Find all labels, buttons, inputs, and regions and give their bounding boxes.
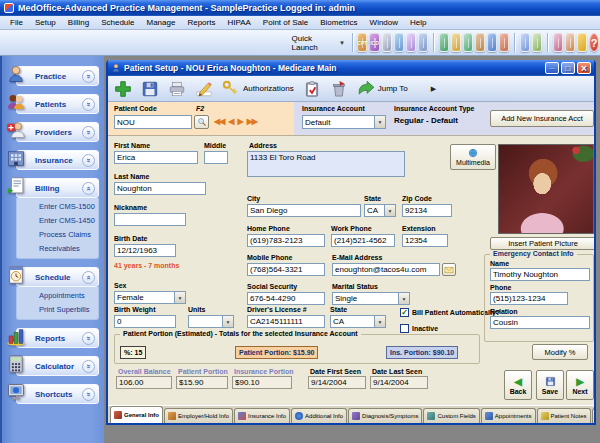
authorizations-button[interactable]: Authorizations	[222, 80, 294, 98]
city-input[interactable]	[247, 204, 361, 217]
extension-label: Extension	[402, 225, 435, 232]
statistics-icon[interactable]	[553, 33, 563, 52]
chevron-up-icon[interactable]	[82, 271, 95, 284]
save-button[interactable]: Save	[536, 370, 564, 400]
patient-code-input[interactable]	[114, 115, 192, 129]
maximize-button[interactable]	[561, 62, 575, 74]
tab-insurance-info[interactable]: Insurance Info	[234, 408, 290, 423]
first-record-button[interactable]: ◀◀	[214, 117, 224, 126]
calculator-icon	[5, 354, 29, 376]
middle-input[interactable]	[204, 151, 228, 164]
first-name-input[interactable]	[114, 151, 198, 164]
state-select[interactable]: CA	[364, 204, 396, 217]
lab-computer-icon[interactable]	[394, 33, 404, 52]
multimedia-button[interactable]: Multimedia	[450, 144, 496, 170]
chevron-down-icon[interactable]	[82, 154, 95, 167]
folder-settings-icon[interactable]	[463, 33, 473, 52]
delete-button[interactable]	[330, 80, 348, 98]
marital-status-select[interactable]: Single	[332, 292, 410, 305]
sidebar-item-print-superbills[interactable]: Print Superbills	[39, 305, 98, 314]
tab-custom-fields[interactable]: Custom Fields	[423, 408, 479, 423]
toolbar-expander-icon[interactable]	[431, 85, 436, 93]
home-phone-input[interactable]	[247, 234, 325, 247]
transmit-claims-icon[interactable]	[439, 33, 449, 52]
print-button[interactable]	[168, 80, 186, 98]
insurance-account-select[interactable]: Default	[302, 115, 386, 129]
sidebar-item-appointments[interactable]: Appointments	[39, 291, 98, 300]
workstation-icon[interactable]	[487, 33, 497, 52]
security-lock-icon[interactable]	[577, 33, 587, 52]
address-input[interactable]: 1133 El Toro Road	[247, 151, 405, 177]
close-button[interactable]	[577, 62, 591, 74]
nickname-input[interactable]	[114, 213, 186, 226]
insert-patient-picture-button[interactable]: Insert Patient Picture	[490, 237, 596, 250]
minimize-button[interactable]	[545, 62, 559, 74]
chevron-down-icon[interactable]	[82, 332, 95, 345]
next-record-button[interactable]: ▶	[237, 117, 242, 126]
emergency-phone-input[interactable]	[490, 292, 568, 305]
chevron-down-icon[interactable]	[82, 360, 95, 373]
sidebar-item-process-claims[interactable]: Process Claims	[39, 230, 98, 239]
patient-search-button[interactable]	[194, 115, 209, 129]
patient-id-card-icon[interactable]	[382, 33, 392, 52]
add-new-insurance-acct-button[interactable]: Add New Insurance Acct	[490, 110, 594, 127]
chevron-down-icon[interactable]	[82, 70, 95, 83]
clipboard-check-icon	[303, 80, 321, 98]
work-phone-input[interactable]	[331, 234, 395, 247]
tab-additional-info[interactable]: Additional Info	[291, 408, 347, 423]
icd-codes-icon[interactable]	[369, 33, 379, 52]
sex-label: Sex	[114, 282, 126, 289]
birth-date-input[interactable]	[114, 244, 176, 257]
tab-diagnosis-symptoms[interactable]: Diagnosis/Symptoms	[348, 408, 422, 423]
tab-general-info[interactable]: General Info	[110, 406, 163, 423]
mobile-phone-input[interactable]	[247, 263, 325, 276]
help-icon[interactable]	[589, 33, 599, 52]
social-security-input[interactable]	[247, 292, 325, 305]
certifications-icon[interactable]	[406, 33, 416, 52]
tasks-button[interactable]	[303, 80, 321, 98]
extension-input[interactable]	[402, 234, 448, 247]
modify-percent-button[interactable]: Modify %	[532, 344, 588, 360]
previous-record-button[interactable]: ◀	[228, 117, 233, 126]
chevron-down-icon[interactable]	[82, 388, 95, 401]
save-patient-button[interactable]	[141, 80, 159, 98]
email-input[interactable]	[332, 263, 440, 276]
cpt-codes-icon[interactable]	[357, 33, 367, 52]
add-patient-button[interactable]	[114, 80, 132, 98]
email-button[interactable]	[442, 263, 456, 276]
chevron-down-icon[interactable]	[82, 126, 95, 139]
scheduled-reports-icon[interactable]	[520, 33, 530, 52]
provider-report-icon[interactable]	[499, 33, 509, 52]
menu-help[interactable]: Help	[404, 17, 432, 28]
facility-icon[interactable]	[418, 33, 428, 52]
jump-to-button[interactable]: Jump To	[357, 80, 408, 98]
emergency-relation-input[interactable]	[490, 316, 590, 329]
terminal-icon[interactable]	[565, 33, 575, 52]
edit-button[interactable]	[195, 80, 213, 98]
charges-icon[interactable]	[451, 33, 461, 52]
zip-code-input[interactable]	[402, 204, 452, 217]
chevron-up-icon[interactable]	[82, 182, 95, 195]
drivers-license-input[interactable]	[247, 315, 325, 328]
sidebar-item-enter-cms-1450[interactable]: Enter CMS-1450	[39, 216, 98, 225]
calendar-tasks-icon[interactable]	[532, 33, 542, 52]
sidebar-item-receivables[interactable]: Receivables	[39, 244, 98, 253]
tab-misc[interactable]: Misc	[592, 408, 594, 423]
tab-employer-hold-info[interactable]: Employer/Hold Info	[164, 408, 233, 423]
birth-weight-input[interactable]	[114, 315, 176, 328]
chevron-down-icon[interactable]	[82, 98, 95, 111]
tab-patient-notes[interactable]: Patient Notes	[537, 408, 591, 423]
next-button[interactable]: Next	[566, 370, 594, 400]
last-record-button[interactable]: ▶▶	[247, 117, 257, 126]
tab-appointments[interactable]: Appointments	[481, 408, 536, 423]
last-name-input[interactable]	[114, 182, 206, 195]
patient-records-icon[interactable]	[475, 33, 485, 52]
sidebar-item-enter-cms-1500[interactable]: Enter CMS-1500	[39, 202, 98, 211]
back-button[interactable]: Back	[504, 370, 532, 400]
license-state-select[interactable]: CA	[330, 315, 386, 328]
inactive-checkbox[interactable]: Inactive	[400, 324, 438, 333]
sex-select[interactable]: Female	[114, 291, 186, 304]
menu-window[interactable]: Window	[364, 17, 404, 28]
units-select[interactable]	[188, 315, 234, 328]
emergency-name-input[interactable]	[490, 268, 590, 281]
